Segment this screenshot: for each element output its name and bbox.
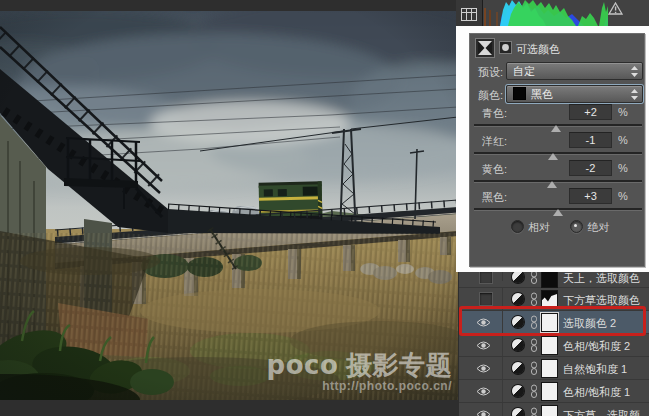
cyan-slider-thumb[interactable] (551, 125, 561, 132)
yellow-slider[interactable] (474, 180, 642, 183)
layer-row[interactable]: 下方草，选取颜... (459, 403, 649, 416)
magenta-slider-thumb[interactable] (548, 153, 558, 160)
mask-link-icon (530, 292, 538, 307)
layer-mask-thumbnail[interactable] (541, 405, 558, 416)
mask-link-icon (530, 272, 538, 285)
layer-row[interactable]: 自然饱和度 1 (459, 357, 649, 380)
annotation-highlight (459, 306, 646, 336)
color-value: 黑色 (531, 88, 553, 100)
yellow-value-input[interactable]: -2 (569, 160, 612, 176)
photoshop-tutorial-screenshot: poco 摄影专题 http://photo.poco.cn/ (0, 0, 649, 416)
preset-select[interactable]: 自定 (506, 62, 643, 80)
histogram-source-button[interactable] (456, 0, 483, 26)
layer-name: 色相/饱和度 1 (563, 385, 630, 400)
magenta-value-input[interactable]: -1 (569, 132, 612, 148)
color-swatch (513, 87, 526, 100)
yellow-unit: % (618, 162, 628, 174)
eye-icon (476, 340, 491, 351)
rgb-histogram (483, 0, 608, 26)
adjustment-layer-icon (512, 272, 524, 283)
visibility-toggle[interactable] (459, 334, 503, 356)
black-slider-thumb[interactable] (553, 209, 563, 216)
adjustment-layer-icon (512, 408, 524, 416)
black-unit: % (618, 190, 628, 202)
layer-name: 色相/饱和度 2 (563, 339, 630, 354)
magenta-unit: % (618, 134, 628, 146)
visibility-toggle[interactable] (459, 403, 503, 416)
visibility-toggle[interactable] (459, 357, 503, 379)
mask-link-icon (530, 338, 538, 353)
photo-canvas: poco 摄影专题 http://photo.poco.cn/ (0, 11, 458, 400)
magenta-label: 洋红: (482, 134, 507, 149)
adjustment-layer-icon (512, 339, 524, 351)
color-label: 颜色: (478, 88, 503, 103)
visibility-checkbox[interactable] (479, 272, 493, 284)
cyan-label: 青色: (482, 106, 507, 121)
mask-link-icon (530, 384, 538, 399)
adjustment-layer-icon (512, 293, 524, 305)
eye-icon (476, 409, 491, 416)
visibility-toggle[interactable] (459, 272, 503, 281)
selective-color-panel: 可选颜色 预设: 自定 颜色: 黑色 青色: +2 % 洋红: -1 % 黄色:… (469, 33, 645, 267)
layers-panel: 天上，选取颜色 下方草选取颜色 (459, 272, 649, 416)
cyan-value-input[interactable]: +2 (569, 104, 612, 120)
grid-icon (461, 8, 477, 21)
layer-mask-thumbnail[interactable] (541, 336, 558, 355)
layer-mask-thumbnail[interactable] (541, 272, 558, 288)
uncached-warning-icon[interactable] (608, 2, 623, 15)
layer-mask-icon (499, 40, 512, 58)
visibility-checkbox[interactable] (479, 292, 493, 306)
layer-row[interactable]: 色相/饱和度 1 (459, 380, 649, 403)
adjustment-layer-icon (512, 362, 524, 374)
yellow-slider-thumb[interactable] (547, 181, 557, 188)
relative-radio[interactable] (511, 220, 524, 233)
layer-name: 自然饱和度 1 (563, 362, 627, 377)
black-value-input[interactable]: +3 (569, 188, 612, 204)
layer-name: 下方草，选取颜... (563, 408, 649, 416)
eye-icon (476, 363, 491, 374)
adjustment-layer-icon (512, 385, 524, 397)
absolute-radio[interactable] (570, 220, 583, 233)
mask-link-icon (530, 407, 538, 416)
preset-label: 预设: (478, 65, 503, 80)
black-label: 黑色: (482, 190, 507, 205)
method-radio-group: 相对 绝对 (511, 217, 625, 235)
layer-row[interactable]: 色相/饱和度 2 (459, 334, 649, 357)
chevron-updown-icon (631, 89, 638, 100)
layer-name: 天上，选取颜色 (563, 272, 640, 286)
yellow-label: 黄色: (482, 162, 507, 177)
magenta-slider[interactable] (474, 152, 642, 155)
panel-title: 可选颜色 (516, 42, 560, 57)
eye-icon (476, 386, 491, 397)
visibility-toggle[interactable] (459, 380, 503, 402)
layer-mask-thumbnail[interactable] (541, 382, 558, 401)
cyan-unit: % (618, 106, 628, 118)
layer-mask-thumbnail[interactable] (541, 359, 558, 378)
histogram-panel (456, 0, 649, 26)
layer-row[interactable]: 天上，选取颜色 (459, 272, 649, 288)
absolute-label: 绝对 (587, 221, 609, 233)
bridge-photo-art (0, 11, 458, 400)
preset-value: 自定 (513, 65, 535, 77)
chevron-updown-icon (631, 66, 638, 77)
color-select[interactable]: 黑色 (506, 85, 643, 103)
relative-label: 相对 (528, 221, 550, 233)
mask-link-icon (530, 361, 538, 376)
selective-color-icon (475, 38, 495, 58)
